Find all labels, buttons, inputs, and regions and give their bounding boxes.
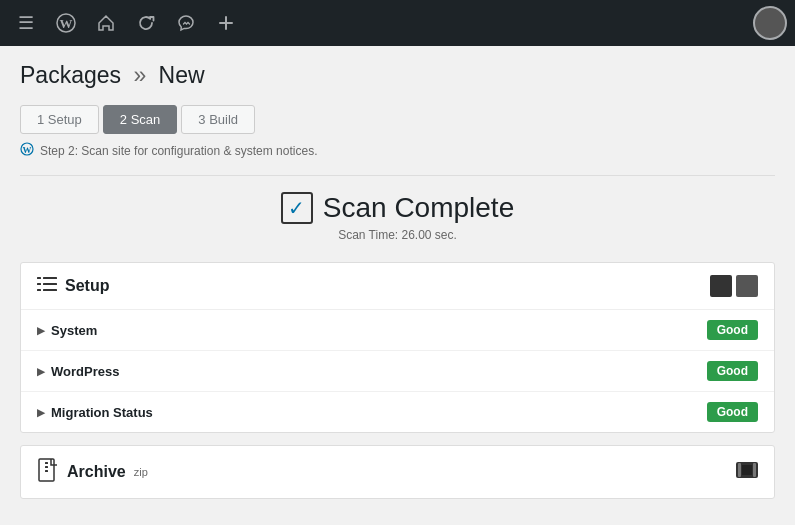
- archive-title-text: Archive: [67, 463, 126, 481]
- setup-section-title: Setup: [37, 276, 109, 297]
- migration-status-badge: Good: [707, 402, 758, 422]
- feedback-icon[interactable]: [168, 5, 204, 41]
- navbar: ☰ W: [0, 0, 795, 46]
- step-desc-text: Step 2: Scan site for configuration & sy…: [40, 144, 317, 158]
- steps-nav: 1 Setup 2 Scan 3 Build: [20, 105, 775, 134]
- archive-section-card: Archive zip: [20, 445, 775, 499]
- svg-rect-8: [43, 283, 57, 285]
- system-label: System: [37, 323, 97, 338]
- svg-rect-15: [738, 463, 741, 477]
- setup-section-card: Setup System Good WordPress Good Migrati…: [20, 262, 775, 433]
- setup-section-header: Setup: [21, 263, 774, 310]
- breadcrumb-separator: »: [133, 62, 146, 88]
- breadcrumb-current: New: [159, 62, 205, 88]
- list-icon: [37, 276, 57, 297]
- wordpress-small-icon: W: [20, 142, 34, 159]
- svg-rect-9: [43, 289, 57, 291]
- scan-complete-title: ✓ Scan Complete: [20, 192, 775, 224]
- refresh-icon[interactable]: [128, 5, 164, 41]
- archive-title: Archive zip: [37, 458, 148, 486]
- migration-status-row[interactable]: Migration Status Good: [21, 392, 774, 432]
- archive-action-icon[interactable]: [736, 462, 758, 482]
- checkbox-icon: ✓: [281, 192, 313, 224]
- archive-file-icon: [37, 458, 59, 486]
- step-description: W Step 2: Scan site for configuration & …: [20, 142, 775, 159]
- main-content: Packages » New 1 Setup 2 Scan 3 Build W …: [0, 46, 795, 525]
- svg-rect-11: [45, 462, 48, 464]
- home-icon[interactable]: [88, 5, 124, 41]
- svg-rect-16: [753, 463, 756, 477]
- step-1-setup[interactable]: 1 Setup: [20, 105, 99, 134]
- wordpress-icon[interactable]: W: [48, 5, 84, 41]
- migration-status-label: Migration Status: [37, 405, 153, 420]
- svg-text:W: W: [23, 145, 32, 155]
- divider: [20, 175, 775, 176]
- breadcrumb: Packages » New: [20, 62, 775, 89]
- scan-complete-section: ✓ Scan Complete Scan Time: 26.00 sec.: [20, 192, 775, 242]
- svg-text:W: W: [60, 16, 73, 31]
- wordpress-row[interactable]: WordPress Good: [21, 351, 774, 392]
- svg-rect-17: [742, 465, 752, 475]
- svg-rect-13: [45, 470, 48, 472]
- svg-rect-7: [43, 277, 57, 279]
- svg-rect-6: [37, 289, 41, 291]
- svg-rect-4: [37, 277, 41, 279]
- step-3-build[interactable]: 3 Build: [181, 105, 255, 134]
- section-action-icons: [710, 275, 758, 297]
- section-toggle-icon[interactable]: [710, 275, 732, 297]
- menu-icon[interactable]: ☰: [8, 5, 44, 41]
- breadcrumb-parent: Packages: [20, 62, 121, 88]
- svg-rect-12: [45, 466, 48, 468]
- wordpress-badge: Good: [707, 361, 758, 381]
- archive-section-header: Archive zip: [21, 446, 774, 498]
- avatar[interactable]: [753, 6, 787, 40]
- add-icon[interactable]: [208, 5, 244, 41]
- svg-rect-5: [37, 283, 41, 285]
- scan-complete-text: Scan Complete: [323, 192, 514, 224]
- wordpress-label: WordPress: [37, 364, 119, 379]
- system-row[interactable]: System Good: [21, 310, 774, 351]
- archive-zip-label: zip: [134, 466, 148, 478]
- setup-title-text: Setup: [65, 277, 109, 295]
- section-export-icon[interactable]: [736, 275, 758, 297]
- scan-time: Scan Time: 26.00 sec.: [20, 228, 775, 242]
- step-2-scan[interactable]: 2 Scan: [103, 105, 177, 134]
- system-badge: Good: [707, 320, 758, 340]
